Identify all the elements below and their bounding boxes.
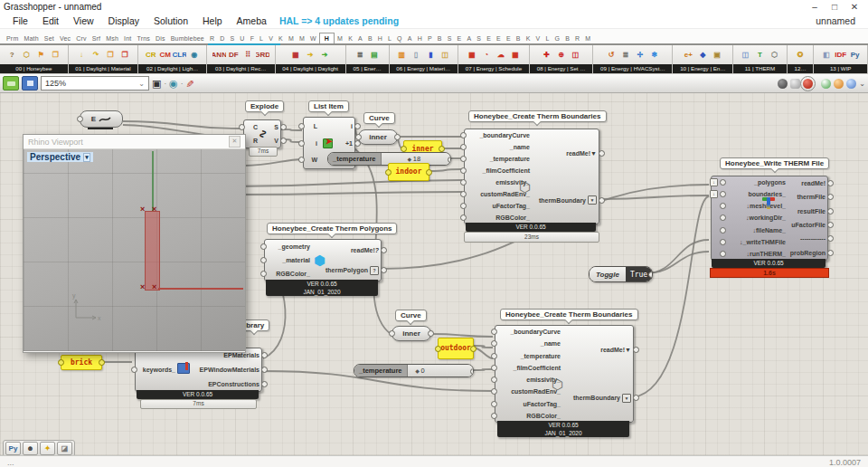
minimize-button[interactable]: – <box>805 1 825 13</box>
menu-item[interactable]: Solution <box>146 15 195 26</box>
tab[interactable]: Q <box>394 33 405 43</box>
input-port[interactable]: ↓_writeTHMFile <box>728 236 786 248</box>
component-icon[interactable]: Py <box>848 48 862 62</box>
panel-indoor[interactable]: indoor <box>388 163 429 181</box>
component-icon[interactable]: ↓ <box>74 48 88 62</box>
component-icon[interactable]: ◉ <box>187 48 201 62</box>
tab[interactable]: Bumblebee <box>168 33 207 43</box>
input-port[interactable]: _boundaryCurve <box>499 326 561 338</box>
zoom-dropdown[interactable]: 125% ⌄ <box>41 76 149 91</box>
input-port[interactable]: RGBColor_ <box>269 267 310 281</box>
tab[interactable]: K <box>345 33 355 43</box>
component-icon[interactable]: ▥ <box>395 48 409 62</box>
wasp-icon[interactable]: ✦ <box>40 442 55 455</box>
output-port[interactable]: +1 <box>338 135 353 152</box>
component-icon[interactable]: ✪ <box>794 48 807 62</box>
menu-item[interactable]: Edit <box>35 15 66 26</box>
toolbar-group-label[interactable]: 04 | Daylight | Daylight <box>276 64 345 73</box>
component-icon[interactable]: ◧ <box>819 48 833 62</box>
component-e[interactable]: E <box>80 110 123 128</box>
maximize-button[interactable]: □ <box>825 1 844 13</box>
preview-blue-icon[interactable] <box>846 79 856 89</box>
tab[interactable]: M <box>286 33 297 43</box>
component-icon[interactable]: CR <box>144 48 157 62</box>
tab[interactable]: S <box>445 33 455 43</box>
component-icon[interactable]: ➔ <box>304 48 317 62</box>
tab[interactable]: E <box>504 33 514 43</box>
tab[interactable]: S <box>227 33 237 43</box>
component-icon[interactable]: ❐ <box>103 48 117 62</box>
component-icon[interactable]: ⬡ <box>768 48 781 62</box>
component-icon[interactable]: ANN <box>212 48 226 62</box>
input-port[interactable]: ↓meshLevel_ <box>728 200 786 212</box>
component-icon[interactable]: ⚑ <box>34 48 48 62</box>
component-icon[interactable]: ❐ <box>118 48 131 62</box>
input-port[interactable]: L <box>307 118 317 135</box>
therm-boundaries-component[interactable]: _boundaryCurve_name_temperature_filmCoef… <box>464 129 599 224</box>
output-port[interactable]: i <box>338 118 353 135</box>
shaded-preview-icon[interactable] <box>803 79 813 89</box>
curve-param[interactable]: inner <box>392 326 431 341</box>
toolbar-group-label[interactable]: 00 | Honeybee <box>0 64 68 73</box>
menu-item[interactable]: Ameba <box>230 15 274 26</box>
tab[interactable]: E <box>484 33 494 43</box>
input-port[interactable]: _boundaryCurve <box>468 129 530 141</box>
toolbar-group-label[interactable]: 03 | Daylight | Rec… <box>207 64 275 73</box>
tab[interactable]: B <box>365 33 375 43</box>
tab[interactable]: S <box>474 33 484 43</box>
tab[interactable]: M <box>582 33 593 43</box>
toolbar-group-label[interactable]: 10 | Energy | En… <box>673 64 732 73</box>
tab[interactable]: Msh <box>103 33 121 43</box>
open-file-icon[interactable] <box>3 76 19 91</box>
toolbar-group-label[interactable]: 06 | Energy | Materi… <box>390 64 458 73</box>
toolbar-group-label[interactable]: 05 | Ener… <box>346 64 389 73</box>
python-icon[interactable]: Py <box>5 442 21 455</box>
input-port[interactable]: ↓runTHERM_ <box>728 248 786 260</box>
toolbar-group-label[interactable]: 08 | Energy | Set … <box>530 64 592 73</box>
definition-canvas[interactable]: E Explode CR SV ∿ 7ms List Item LiW i+1+… <box>0 93 868 455</box>
tab[interactable]: D <box>217 33 227 43</box>
tab[interactable]: V <box>266 33 276 43</box>
input-port[interactable]: ↓_polygons <box>728 176 786 188</box>
component-icon[interactable]: ◫ <box>739 48 752 62</box>
menu-item[interactable]: Display <box>101 15 146 26</box>
tab[interactable]: E <box>494 33 504 43</box>
preview-green-icon[interactable] <box>821 79 831 89</box>
wireframe-preview-icon[interactable] <box>790 79 800 89</box>
tab[interactable]: R <box>572 33 582 43</box>
input-port[interactable]: ↓fileName_ <box>728 224 786 236</box>
preview-eye-icon[interactable]: ◉ <box>169 78 178 90</box>
zoom-extents-icon[interactable]: ▣ <box>152 78 161 90</box>
tab[interactable]: Srf <box>90 33 104 43</box>
tab[interactable]: A <box>464 33 474 43</box>
input-port[interactable]: uFactorTag_ <box>499 398 561 410</box>
flatten-icon[interactable]: ↓ <box>710 190 718 198</box>
input-port[interactable]: W <box>307 151 317 168</box>
component-icon[interactable]: ✢ <box>633 48 646 62</box>
viewport-projection-dropdown[interactable]: Perspective ▾ <box>27 152 93 162</box>
slider-rail[interactable]: 0 <box>408 365 473 376</box>
component-icon[interactable]: CM <box>158 48 172 62</box>
no-preview-icon[interactable] <box>778 79 788 89</box>
viewport-content[interactable]: Perspective ▾ × × × × y x <box>24 148 245 351</box>
tab[interactable]: V <box>533 33 543 43</box>
tab[interactable]: W <box>307 33 319 43</box>
component-icon[interactable]: ? <box>5 48 19 62</box>
tab[interactable]: Prm <box>4 33 21 43</box>
toolbar-group-label[interactable]: 09 | Energy | HVACSyst… <box>593 64 672 73</box>
tab[interactable]: R <box>207 33 217 43</box>
hal-update-status[interactable]: HAL => 4 updates pending <box>279 15 399 26</box>
preview-orange-icon[interactable] <box>834 79 844 89</box>
component-icon[interactable]: ▤ <box>368 48 382 62</box>
explode-component[interactable]: CR SV ∿ <box>243 119 281 148</box>
input-port[interactable]: ↓workingDir_ <box>728 212 786 224</box>
component-icon[interactable]: IDF <box>834 48 847 62</box>
menu-item[interactable]: File <box>5 15 35 26</box>
output-port[interactable]: probRegion <box>784 246 826 260</box>
flatten-icon[interactable]: ↓ <box>710 178 718 186</box>
output-port[interactable]: thermBoundary▼ <box>535 176 597 224</box>
tab[interactable]: H <box>415 33 425 43</box>
input-port[interactable]: keywords_ <box>139 348 175 391</box>
component-icon[interactable]: ≣ <box>618 48 632 62</box>
output-port[interactable]: EPWindowMaterials <box>184 363 259 377</box>
